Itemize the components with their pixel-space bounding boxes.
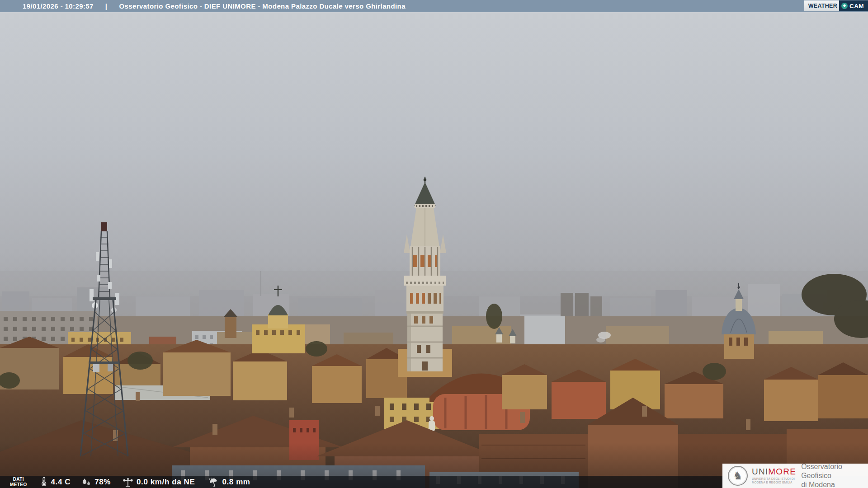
unimore-seal-icon: ♞ (728, 466, 748, 486)
cam-word: CAM (849, 3, 864, 9)
cityscape-graphic (0, 0, 868, 488)
camera-title: Osservatorio Geofisico - DIEF UNIMORE - … (119, 2, 405, 10)
humidity-value: 78% (94, 478, 111, 487)
thermometer-icon (40, 477, 48, 487)
temperature-value: 4.4 C (51, 478, 71, 487)
datetime-text: 19/01/2026 - 10:29:57 (23, 2, 94, 10)
observatory-name: Osservatorio Geofisico di Modena (801, 462, 868, 488)
rain-value: 0.8 mm (222, 478, 250, 487)
weather-cam-logo: WEATHER CAM (804, 0, 868, 11)
university-name: UNIVERSITÀ DEGLI STUDI DI MODENA E REGGI… (752, 477, 796, 485)
top-bar: 19/01/2026 - 10:29:57 | Osservatorio Geo… (0, 0, 868, 12)
unimore-wordmark: UNIMORE UNIVERSITÀ DEGLI STUDI DI MODENA… (752, 467, 796, 485)
temperature-reading: 4.4 C (40, 477, 71, 487)
wind-anemometer-icon (123, 477, 133, 487)
more-text: MORE (768, 467, 796, 476)
unimore-panel: ♞ UNIMORE UNIVERSITÀ DEGLI STUDI DI MODE… (722, 464, 868, 488)
rain-umbrella-icon (208, 477, 219, 487)
webcam-view: 19/01/2026 - 10:29:57 | Osservatorio Geo… (0, 0, 868, 488)
separator: | (105, 2, 108, 10)
uni-text: UNI (752, 467, 768, 476)
humidity-reading: 78% (81, 477, 111, 487)
webcam-photo (0, 0, 868, 488)
humidity-icon (81, 477, 91, 487)
wind-reading: 0.0 km/h da NE (123, 477, 195, 487)
camera-lens-icon (841, 3, 848, 9)
cam-segment: CAM (839, 0, 868, 11)
dati-meteo-label: DATI METEO (10, 477, 27, 487)
rain-reading: 0.8 mm (208, 477, 250, 487)
wind-value: 0.0 km/h da NE (137, 478, 195, 487)
weather-word: WEATHER (804, 0, 839, 11)
